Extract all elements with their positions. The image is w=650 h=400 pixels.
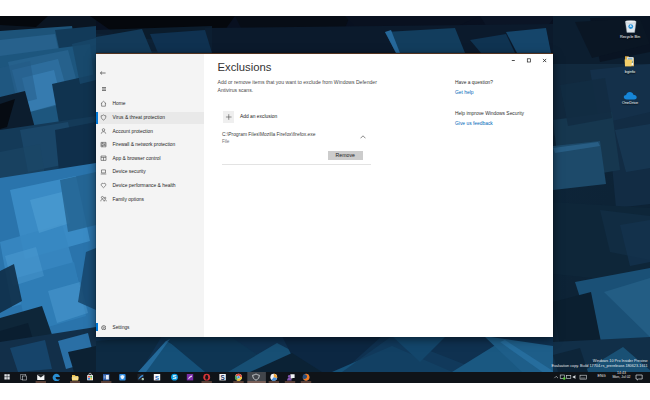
svg-text:S: S [155, 375, 159, 381]
svg-text:S: S [220, 374, 225, 381]
svg-text:S: S [173, 374, 177, 380]
